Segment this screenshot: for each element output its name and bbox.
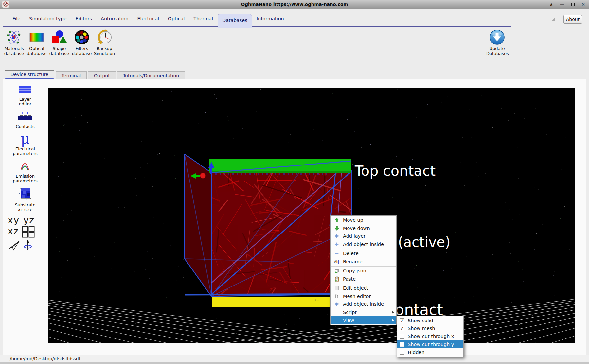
four-view-grid-icon[interactable] [22, 226, 35, 239]
submenu-item-show-cut-through-y[interactable]: Show cut through y [397, 340, 463, 348]
contacts-button[interactable]: Contacts [3, 112, 47, 129]
minus-icon [334, 251, 339, 256]
mu-icon: μ [21, 131, 29, 147]
close-window-icon[interactable]: ✕ [581, 2, 585, 7]
menu-item-move-down[interactable]: Move down [331, 224, 396, 233]
submenu-arrow-icon [392, 319, 394, 321]
submenu-item-show-cut-through-x[interactable]: Show cut through x [397, 332, 463, 340]
svg-text:x: x [19, 192, 20, 195]
menu-item-edit-object[interactable]: Edit object [331, 284, 396, 292]
layer-editor-button[interactable]: Layereditor [3, 85, 47, 106]
main-menubar: File Simulation type Editors Automation … [12, 13, 284, 24]
menu-item-add-layer[interactable]: Add layer [331, 232, 396, 240]
menu-item-rename[interactable]: Ab Rename [331, 258, 396, 266]
color-wheel-icon [71, 29, 93, 46]
update-databases-button[interactable]: UpdateDatabases [486, 29, 508, 56]
menu-optical[interactable]: Optical [168, 15, 185, 22]
download-icon [486, 29, 508, 46]
edit-object-icon [334, 286, 339, 291]
checkbox[interactable] [400, 326, 404, 331]
filters-database-button[interactable]: Filtersdatabase [71, 29, 93, 56]
paste-icon [334, 276, 339, 282]
rename-icon: Ab [334, 259, 339, 264]
move-up-icon [334, 217, 339, 223]
resize-grip-icon [551, 17, 555, 21]
maximize-window-icon[interactable] [571, 3, 575, 6]
menu-separator [331, 249, 396, 249]
menu-item-add-object-inside[interactable]: Add object inside [331, 240, 396, 249]
menu-automation[interactable]: Automation [101, 15, 128, 22]
menu-separator [331, 284, 396, 284]
electrical-parameters-button[interactable]: μ Electricalparameters [3, 132, 47, 156]
materials-database-button[interactable]: Materialsdatabase [3, 29, 25, 56]
rotate-scene-icon[interactable] [23, 239, 32, 252]
tab-device-structure[interactable]: Device structure [5, 70, 54, 79]
submenu-item-show-mesh[interactable]: Show mesh [397, 324, 463, 332]
menu-information[interactable]: Information [257, 15, 284, 22]
document-tabs: Device structure Terminal Output Tutoria… [5, 70, 185, 79]
menu-item-mesh-editor[interactable]: Mesh editor [331, 292, 396, 301]
menu-item-paste[interactable]: Paste [331, 275, 396, 283]
menu-item-script[interactable]: Script [331, 308, 396, 317]
shape-database-button[interactable]: Shapedatabase [48, 29, 70, 56]
optical-database-button[interactable]: Opticaldatabase [26, 29, 47, 56]
view-xz-button[interactable]: xz [8, 225, 19, 236]
view-xy-button[interactable]: xy [8, 215, 19, 226]
window-title: OghmaNano https://www.oghma-nano.com [0, 2, 589, 7]
active-layer-label: (active) [398, 234, 450, 250]
checkbox[interactable] [400, 318, 404, 323]
3d-scene-svg [48, 88, 575, 343]
plus-icon [334, 234, 339, 239]
tab-output[interactable]: Output [88, 71, 116, 79]
menu-editors[interactable]: Editors [76, 15, 92, 22]
about-button[interactable]: About [563, 15, 582, 24]
context-menu: Move up Move down Add layer Add object i… [330, 215, 397, 325]
menu-item-delete[interactable]: Delete [331, 250, 396, 258]
plus-icon [334, 241, 339, 247]
tab-terminal[interactable]: Terminal [56, 71, 87, 79]
submenu-item-show-solid[interactable]: Show solid [397, 317, 463, 324]
mesh-editor-icon [334, 293, 339, 299]
3d-viewport[interactable]: Top contact (active) ontact [48, 88, 575, 343]
checkbox[interactable] [400, 334, 404, 339]
current-path: /home/rod/Desktop/dfsdsffdssdf [10, 356, 80, 361]
menu-file[interactable]: File [12, 15, 20, 22]
svg-text:Ab: Ab [334, 260, 338, 264]
menu-electrical[interactable]: Electrical [137, 15, 159, 22]
clock-backup-icon [94, 29, 115, 46]
svg-text:z: z [25, 199, 27, 200]
window-bottom-edge [0, 362, 589, 364]
menu-databases[interactable]: Databases [218, 14, 252, 28]
menu-item-copy-json[interactable]: Copy json [331, 267, 396, 275]
checkbox[interactable] [400, 342, 404, 347]
menu-simulation-type[interactable]: Simulation type [29, 15, 66, 22]
submenu-arrow-icon [392, 311, 394, 314]
device-structure-panel: Layereditor Contacts μ Electricalparamet… [3, 79, 586, 355]
statusbar: /home/rod/Desktop/dfsdsffdssdf [0, 355, 589, 364]
emission-parameters-button[interactable]: Emissionparameters [3, 161, 47, 183]
move-down-icon [334, 225, 339, 231]
plus-icon [334, 302, 339, 307]
titlebar: OghmaNano https://www.oghma-nano.com ∧ —… [0, 0, 589, 9]
atom-icon [3, 29, 25, 46]
menu-item-add-object-inside-2[interactable]: Add object inside [331, 300, 396, 308]
backup-simulation-button[interactable]: BackupSimulaion [94, 29, 115, 56]
substrate-xz-size-button[interactable]: x z Substratexz-size [3, 187, 47, 212]
copy-icon [334, 268, 339, 274]
top-contact-label: Top contact [355, 163, 436, 179]
layers-icon [18, 90, 32, 95]
contacts-icon [18, 117, 33, 122]
submenu-item-hidden[interactable]: Hidden [397, 348, 463, 356]
view-yz-button[interactable]: yz [23, 215, 34, 226]
menu-item-view[interactable]: View [331, 316, 396, 324]
menu-separator [331, 266, 396, 267]
fly-scene-icon[interactable] [8, 240, 20, 252]
shapes-icon [48, 29, 70, 46]
shade-window-icon[interactable]: ∧ [550, 2, 553, 7]
spectrum-icon [26, 29, 47, 46]
checkbox[interactable] [400, 350, 404, 355]
menu-item-move-up[interactable]: Move up [331, 216, 396, 224]
menu-thermal[interactable]: Thermal [193, 15, 213, 22]
minimize-window-icon[interactable]: — [560, 2, 564, 7]
tab-tutorials-documentation[interactable]: Tutorials/Documentation [117, 71, 185, 79]
